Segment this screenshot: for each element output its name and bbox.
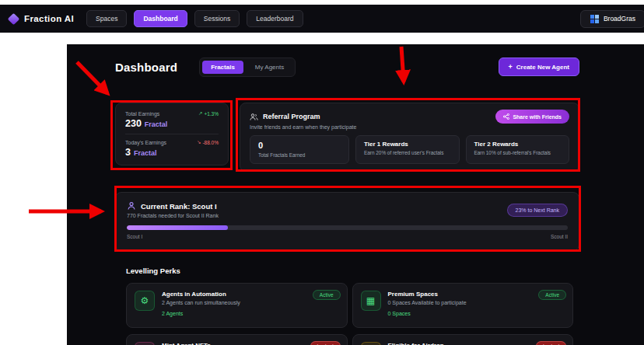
referral-program-card: Referral Program Share with Friends Invi…: [240, 103, 579, 172]
create-new-agent-label: Create New Agent: [516, 64, 569, 71]
today-earnings-trend: ↘ -88.0%: [197, 139, 219, 145]
status-badge: Active: [313, 290, 341, 300]
perk-card-mint-agent-nfts: ◆ Mint Agent NFTs Locked: [126, 334, 348, 345]
rank-progress-bar: [127, 225, 568, 230]
referral-total-label: Total Fractals Earned: [258, 152, 341, 159]
nav-item-sessions[interactable]: Sessions: [194, 10, 240, 27]
perk-spaces-link[interactable]: 0 Spaces: [388, 311, 467, 316]
nav-item-spaces[interactable]: Spaces: [86, 10, 127, 27]
fraction-ai-logo-icon: [8, 12, 20, 25]
page-title: Dashboard: [115, 61, 177, 74]
brand-name: Fraction AI: [24, 14, 74, 23]
perk-title: Agents in Automation: [162, 291, 240, 298]
total-earnings-change: +1.3%: [204, 111, 219, 117]
wallet-button[interactable]: BroadGras: [580, 10, 644, 28]
trend-up-icon: ↗: [198, 110, 202, 117]
today-earnings-unit: Fractal: [134, 149, 157, 157]
users-icon: [250, 113, 258, 121]
tab-my-agents[interactable]: My Agents: [247, 61, 292, 74]
rank-progress-fill: [127, 225, 228, 230]
perk-card-premium-spaces: ▦ Premium Spaces 0 Spaces Available to p…: [352, 283, 574, 328]
bot-icon: ⚙: [135, 291, 155, 311]
status-badge: Locked: [536, 341, 566, 345]
today-earnings-value-row: 3 Fractal: [125, 147, 219, 158]
status-badge: Locked: [310, 341, 341, 345]
rank-title: Current Rank: Scout I: [141, 202, 217, 211]
rank-subtitle: 770 Fractals needed for Scout II Rank: [127, 213, 219, 218]
tier-1-rewards: Tier 1 Rewards Earn 20% of referred user…: [355, 135, 460, 164]
perk-card-eligible-for-airdrop: ☂ Eligible for Airdrop Locked: [352, 334, 574, 345]
tier-2-rewards: Tier 2 Rewards Earn 10% of sub-referral'…: [466, 135, 570, 164]
wallet-identicon-icon: [590, 15, 599, 23]
nav-item-dashboard[interactable]: Dashboard: [134, 10, 187, 27]
perk-text: Mint Agent NFTs: [162, 342, 211, 345]
status-badge: Active: [538, 290, 566, 300]
stats-row: Total Earnings ↗ +1.3% 230 Fractal Today…: [115, 103, 579, 172]
nft-gem-icon: ◆: [135, 342, 155, 345]
create-new-agent-button[interactable]: + Create New Agent: [499, 57, 579, 76]
wallet-label: BroadGras: [604, 15, 635, 23]
total-earnings-trend: ↗ +1.3%: [198, 110, 219, 117]
perk-text: Agents in Automation 2 Agents can run si…: [162, 291, 240, 320]
share-with-friends-button[interactable]: Share with Friends: [495, 110, 569, 124]
tier-1-title: Tier 1 Rewards: [364, 141, 451, 148]
rank-insignia-icon: [127, 201, 136, 211]
referral-total-value: 0: [258, 141, 341, 150]
total-earnings-value: 230: [125, 118, 142, 129]
perk-desc: 0 Spaces Available to participate: [388, 300, 467, 305]
levelling-perks-title: Levelling Perks: [126, 267, 579, 275]
view-tabs: Fractals My Agents: [199, 57, 296, 77]
total-earnings-row: Total Earnings ↗ +1.3%: [125, 110, 219, 117]
referral-title: Referral Program: [263, 113, 320, 120]
spaces-grid-icon: ▦: [361, 291, 381, 311]
trend-down-icon: ↘: [197, 139, 201, 145]
rank-label-next: Scout II: [551, 234, 568, 239]
plus-icon: +: [509, 63, 513, 71]
perk-title: Eligible for Airdrop: [388, 342, 444, 345]
nav-item-leaderboard[interactable]: Leaderboard: [247, 10, 303, 27]
earnings-card: Total Earnings ↗ +1.3% 230 Fractal Today…: [115, 103, 229, 166]
levelling-perks-grid: ⚙ Agents in Automation 2 Agents can run …: [126, 283, 573, 345]
referral-header: Referral Program Share with Friends: [250, 110, 569, 124]
today-earnings-row: Today's Earnings ↘ -88.0%: [125, 139, 219, 145]
referral-subtitle: Invite friends and earn when they partic…: [250, 124, 569, 130]
top-nav: Fraction AI Spaces Dashboard Sessions Le…: [0, 5, 644, 33]
total-earnings-value-row: 230 Fractal: [125, 118, 219, 129]
current-rank-card: Current Rank: Scout I 770 Fractals neede…: [115, 192, 579, 251]
rank-text-block: Current Rank: Scout I 770 Fractals neede…: [127, 201, 219, 218]
perk-card-agents-in-automation: ⚙ Agents in Automation 2 Agents can run …: [126, 283, 348, 328]
earnings-divider: [125, 134, 219, 134]
perk-text: Premium Spaces 0 Spaces Available to par…: [388, 291, 467, 320]
rank-progress-labels: Scout I Scout II: [127, 234, 568, 239]
today-earnings-value: 3: [125, 147, 131, 158]
tab-fractals[interactable]: Fractals: [202, 61, 243, 74]
perk-agents-link[interactable]: 2 Agents: [162, 311, 240, 316]
tier-1-desc: Earn 20% of referred user's Fractals: [364, 150, 451, 156]
rank-label-current: Scout I: [127, 234, 142, 239]
perk-title: Premium Spaces: [388, 291, 467, 298]
referral-stats: 0 Total Fractals Earned Tier 1 Rewards E…: [250, 135, 569, 164]
dashboard-content: Dashboard Fractals My Agents + Create Ne…: [67, 44, 644, 345]
share-with-friends-label: Share with Friends: [513, 114, 562, 120]
total-earnings-unit: Fractal: [145, 120, 168, 128]
perk-desc: 2 Agents can run simultaneously: [162, 300, 240, 305]
brand[interactable]: Fraction AI: [8, 14, 74, 23]
airdrop-icon: ☂: [361, 342, 381, 345]
perk-title: Mint Agent NFTs: [162, 342, 211, 345]
rank-top-row: Current Rank: Scout I 770 Fractals neede…: [127, 201, 568, 218]
page-header: Dashboard Fractals My Agents + Create Ne…: [115, 57, 579, 77]
referral-total-earned: 0 Total Fractals Earned: [250, 135, 349, 164]
tier-2-title: Tier 2 Rewards: [474, 141, 562, 148]
share-icon: [503, 113, 509, 120]
next-rank-badge: 23% to Next Rank: [507, 204, 568, 217]
perk-text: Eligible for Airdrop: [388, 342, 444, 345]
today-earnings-change: -88.0%: [202, 140, 219, 145]
tier-2-desc: Earn 10% of sub-referral's Fractals: [474, 150, 562, 156]
total-earnings-label: Total Earnings: [125, 111, 159, 117]
today-earnings-label: Today's Earnings: [125, 140, 166, 145]
